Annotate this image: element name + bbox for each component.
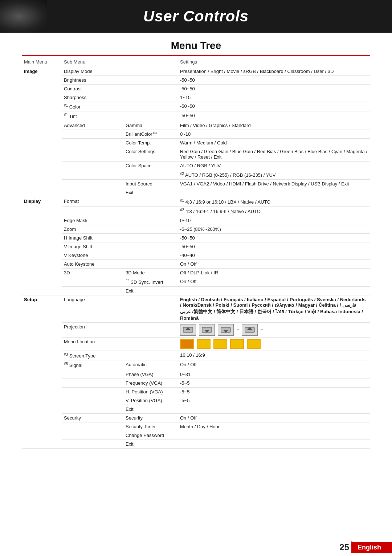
- col-header-main: Main Menu: [22, 56, 62, 67]
- settings-cell: Presentation / Bright / Movie / sRGB / B…: [178, 67, 370, 76]
- settings-cell: -50~50: [178, 233, 370, 242]
- table-row: Color Settings Red Gain / Green Gain / B…: [22, 147, 370, 161]
- settings-cell: 1~15: [178, 93, 370, 102]
- loc-icon-2: [197, 339, 211, 349]
- sub2-cell: H. Position (VGA): [123, 387, 178, 396]
- sub2-cell: Color Temp.: [123, 138, 178, 147]
- sub-menu-cell: #3 Screen Type: [62, 351, 123, 360]
- sub2-cell: Color Space: [123, 161, 178, 170]
- settings-cell: Warm / Medium / Cold: [178, 138, 370, 147]
- sub-menu-cell: Projection: [62, 322, 123, 337]
- section-setup-label: Setup: [22, 295, 62, 448]
- sub-menu-cell: #1 Color: [62, 102, 123, 111]
- sub2-cell: [123, 102, 178, 111]
- sub2-cell: [123, 295, 178, 322]
- sub-menu-cell: [62, 405, 123, 413]
- sub2-cell: #4 3D Sync. Invert: [123, 277, 178, 286]
- footer-language: English: [352, 542, 392, 553]
- proj-icon-ceiling-rear: [242, 324, 258, 336]
- col-header-settings: Settings: [178, 56, 370, 67]
- table-row: Contrast -50~50: [22, 85, 370, 93]
- settings-cell: [178, 405, 370, 413]
- settings-cell: Red Gain / Green Gain / Blue Gain / Red …: [178, 147, 370, 161]
- settings-cell: -50~50: [178, 76, 370, 85]
- proj-icon-front: [180, 324, 196, 336]
- sub-menu-cell: 3D: [62, 268, 123, 277]
- main-content: Menu Tree Main Menu Sub Menu Settings Im…: [0, 33, 392, 470]
- table-row: H. Position (VGA) -5~5: [22, 387, 370, 396]
- settings-cell: #2 AUTO / RGB (0-255) / RGB (16-235) / Y…: [178, 170, 370, 179]
- sub-menu-cell: Sharpness: [62, 93, 123, 102]
- sub2-cell: [123, 233, 178, 242]
- sub-menu-cell: Contrast: [62, 85, 123, 93]
- settings-cell: -50~50: [178, 111, 370, 121]
- settings-cell: AUTO / RGB / YUV: [178, 161, 370, 170]
- sub-menu-cell: [62, 188, 123, 197]
- table-row: Color Temp. Warm / Medium / Cold: [22, 138, 370, 147]
- loc-icon-5: [247, 339, 261, 349]
- section-title: Menu Tree: [22, 40, 370, 52]
- sub-menu-cell: [62, 286, 123, 295]
- col-header-sub: Sub Menu: [62, 56, 123, 67]
- settings-cell-location: [178, 337, 370, 351]
- settings-cell: Month / Day / Hour: [178, 422, 370, 431]
- sub-menu-cell: [62, 422, 123, 431]
- table-row: Security Timer Month / Day / Hour: [22, 422, 370, 431]
- settings-cell: On / Off: [178, 360, 370, 370]
- table-row: V Image Shift -50~50: [22, 242, 370, 251]
- sub2-cell: BrilliantColor™: [123, 130, 178, 138]
- settings-cell-projection: [178, 322, 370, 337]
- sub2-cell: Exit: [123, 188, 178, 197]
- sub-menu-cell: V Image Shift: [62, 242, 123, 251]
- page-header: User Controls: [0, 0, 392, 33]
- sub-menu-cell: Auto Keystone: [62, 259, 123, 268]
- sub-menu-cell: Format: [62, 197, 123, 206]
- sub-menu-cell: Security: [62, 413, 123, 422]
- settings-cell: #1 4:3 / 16:9 or 16:10 / LBX / Native / …: [178, 197, 370, 206]
- sub2-cell: [123, 216, 178, 225]
- sub2-cell: Gamma: [123, 121, 178, 130]
- sub-menu-cell-edge-mask: Edge Mask: [62, 216, 123, 225]
- sub2-cell: Exit: [123, 405, 178, 413]
- sub-menu-cell: Display Mode: [62, 67, 123, 76]
- table-row: Display Format #1 4:3 / 16:9 or 16:10 / …: [22, 197, 370, 206]
- settings-cell: -5~5: [178, 396, 370, 405]
- sub2-cell: [123, 197, 178, 206]
- sub-menu-cell: [62, 440, 123, 448]
- settings-cell: Off / DLP-Link / IR: [178, 268, 370, 277]
- settings-cell: On / Off: [178, 413, 370, 422]
- sub-menu-cell: H Image Shift: [62, 233, 123, 242]
- section-display-label: Display: [22, 197, 62, 295]
- table-row: Frequency (VGA) -5~5: [22, 379, 370, 387]
- table-row: #1 Tint -50~50: [22, 111, 370, 121]
- table-row: Projection: [22, 322, 370, 337]
- sub-menu-cell: V Keystone: [62, 251, 123, 259]
- settings-cell: VGA1 / VGA2 / Video / HDMI / Flash Drive…: [178, 179, 370, 188]
- sub-menu-cell: [62, 170, 123, 179]
- sub2-cell: [123, 259, 178, 268]
- table-row: 3D 3D Mode Off / DLP-Link / IR: [22, 268, 370, 277]
- proj-icon-ceiling-front: [218, 324, 234, 336]
- table-row: Exit: [22, 286, 370, 295]
- table-row: #5 Signal Automatic On / Off: [22, 360, 370, 370]
- table-row: #2 AUTO / RGB (0-255) / RGB (16-235) / Y…: [22, 170, 370, 179]
- sub2-cell: [123, 67, 178, 76]
- table-row: #3 Screen Type 16:10 / 16:9: [22, 351, 370, 360]
- sub2-cell: [123, 251, 178, 259]
- proj-icon-rear: [199, 324, 215, 336]
- settings-cell: [178, 286, 370, 295]
- settings-cell: -40~40: [178, 251, 370, 259]
- settings-cell: [178, 440, 370, 448]
- sub-menu-cell: [62, 370, 123, 379]
- sub2-cell: Security: [123, 413, 178, 422]
- table-row: Security Security On / Off: [22, 413, 370, 422]
- menu-location-icons: [180, 339, 368, 349]
- settings-cell: -5~5: [178, 379, 370, 387]
- settings-cell: On / Off: [178, 277, 370, 286]
- settings-cell: 0~10: [178, 216, 370, 225]
- proj-icon-dash2: [261, 330, 263, 330]
- sub-menu-cell: [62, 396, 123, 405]
- sub-menu-cell: [62, 161, 123, 170]
- proj-icon-dash1: [237, 330, 239, 330]
- sub2-cell: [123, 207, 178, 216]
